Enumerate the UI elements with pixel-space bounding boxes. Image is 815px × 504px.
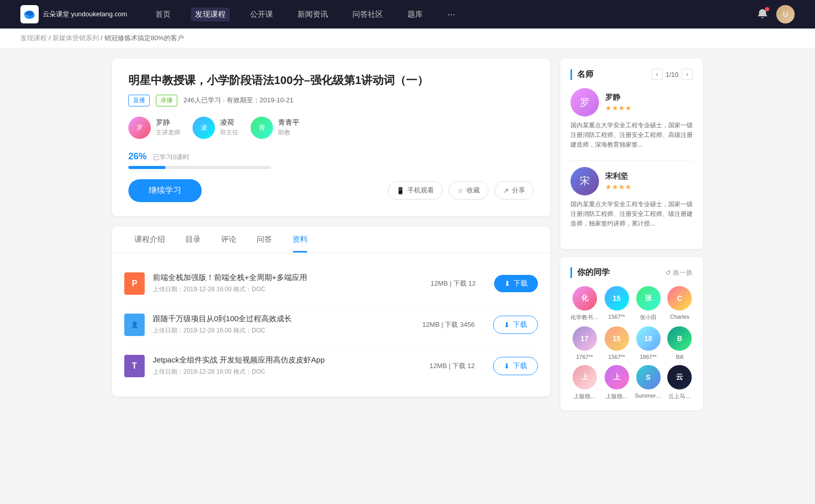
badge-live: 直播	[128, 95, 150, 106]
nav-qa[interactable]: 问答社区	[348, 8, 387, 21]
classmate-avatar-12: 云	[667, 365, 692, 389]
teacher-entry-2: 宋 宋利坚 ★★★★ 国内某重点大学安全工程专业硕士，国家一级注册消防工程师、注…	[570, 167, 693, 229]
teacher-page: 1/10	[666, 71, 678, 78]
continue-learning-button[interactable]: 继续学习	[128, 179, 202, 202]
navbar: 云朵课堂 yundouketang.com 首页 发现课程 公开课 新闻资讯 问…	[0, 0, 815, 29]
download-icon-1: ⬇	[504, 279, 510, 288]
star-icon: ☆	[457, 187, 464, 194]
tab-review[interactable]: 评论	[211, 227, 247, 253]
resource-info-1: 前端全栈加强版！前端全栈+全周期+多端应用 上传日期：2019-12-28 16…	[153, 273, 412, 294]
tab-catalog[interactable]: 目录	[175, 227, 211, 253]
classmate-avatar-5: 17	[573, 326, 597, 351]
resource-icon-2: 👤	[124, 314, 145, 336]
famous-teachers-card: 名师 ‹ 1/10 › 罗 罗静 ★★★★ 国内	[560, 59, 703, 249]
classmate-7[interactable]: 18 1867**	[635, 326, 662, 360]
classmate-2[interactable]: 15 1567**	[604, 286, 630, 321]
download-icon-2: ⬇	[504, 321, 510, 329]
nav-news[interactable]: 新闻资讯	[293, 8, 332, 21]
classmate-9[interactable]: 上 上版稳…	[570, 365, 599, 400]
notification-bell[interactable]	[757, 8, 768, 21]
resource-title-3: Jetpack全组件实战 开发短视频应用高仿皮皮虾App	[153, 355, 411, 365]
classmate-avatar-10: 上	[605, 365, 629, 389]
tab-intro[interactable]: 课程介绍	[124, 227, 175, 253]
teacher-avatar-3: 青	[251, 117, 273, 139]
teacher-name-3: 青青平	[278, 118, 300, 127]
teacher-name-2: 凌荷	[220, 118, 238, 127]
content-left: 明星中教授课，小学阶段语法100分–强化级第1讲动词（一） 直播 录播 246人…	[112, 59, 550, 418]
svg-point-2	[25, 11, 34, 16]
teacher-3: 青 青青平 助教	[251, 117, 300, 139]
download-button-2[interactable]: ⬇ 下载	[493, 316, 538, 334]
classmate-6[interactable]: 15 1567**	[604, 326, 630, 360]
classmate-name-8: Bill	[676, 354, 684, 360]
classmate-avatar-2: 15	[605, 286, 629, 311]
teacher-avatar-2: 凌	[193, 117, 215, 139]
teacher-next-button[interactable]: ›	[682, 69, 693, 80]
teacher-entry-1: 罗 罗静 ★★★★ 国内某重点大学安全工程专业硕士，国家一级注册消防工程师、注册…	[570, 88, 693, 150]
logo[interactable]: 云朵课堂 yundouketang.com	[20, 5, 127, 23]
progress-sub: 已学习0课时	[153, 153, 189, 162]
classmate-4[interactable]: C Charles	[667, 286, 693, 321]
classmate-12[interactable]: 云 云上马…	[667, 365, 693, 400]
teacher-pagination: ‹ 1/10 ›	[651, 69, 693, 80]
share-icon: ↗	[503, 187, 509, 194]
teacher-prev-button[interactable]: ‹	[651, 69, 663, 80]
classmate-8[interactable]: B Bill	[667, 326, 693, 360]
resource-item-2: 👤 跟随千万级项目从0到100全过程高效成长 上传日期：2019-12-28 1…	[124, 304, 538, 346]
classmate-10[interactable]: 上 上版稳…	[604, 365, 630, 400]
resource-title-2: 跟随千万级项目从0到100全过程高效成长	[153, 314, 404, 324]
resource-icon-1: P	[124, 272, 145, 295]
teacher-role-3: 助教	[278, 128, 300, 137]
nav-right: U	[757, 5, 795, 23]
famous-teachers-title: 名师	[570, 69, 593, 80]
breadcrumb-discover[interactable]: 发现课程	[20, 34, 47, 42]
tabs-section: 课程介绍 目录 评论 问答 资料 P 前端全栈加强版！前端全栈+全周期+多端应用…	[112, 227, 550, 397]
breadcrumb: 发现课程 / 新媒体营销系列 / 销冠修炼术搞定80%的客户	[0, 29, 815, 48]
teacher-entry-desc-1: 国内某重点大学安全工程专业硕士，国家一级注册消防工程师、注册安全工程师、高级注册…	[570, 121, 693, 150]
tab-qa[interactable]: 问答	[247, 227, 282, 253]
tabs-header: 课程介绍 目录 评论 问答 资料	[112, 227, 550, 253]
classmate-3[interactable]: 张 张小田	[635, 286, 662, 321]
nav-home[interactable]: 首页	[151, 8, 175, 21]
teacher-entry-avatar-2: 宋	[570, 167, 599, 195]
classmate-5[interactable]: 17 1767**	[570, 326, 599, 360]
nav-open[interactable]: 公开课	[246, 8, 277, 21]
classmates-title: 你的同学	[570, 267, 610, 278]
classmate-1[interactable]: 化 化学教书…	[570, 286, 599, 321]
refresh-classmates-button[interactable]: ↺ 换一换	[665, 268, 693, 277]
course-meta-text: 246人已学习 · 有效期至：2019-10-21	[183, 96, 293, 105]
resource-item-1: P 前端全栈加强版！前端全栈+全周期+多端应用 上传日期：2019-12-28 …	[124, 263, 538, 304]
user-avatar-nav[interactable]: U	[776, 5, 795, 23]
share-button[interactable]: ↗ 分享	[495, 181, 534, 200]
nav-more[interactable]: ···	[443, 7, 459, 22]
download-icon-3: ⬇	[504, 362, 510, 370]
resource-title-1: 前端全栈加强版！前端全栈+全周期+多端应用	[153, 273, 412, 283]
classmate-name-1: 化学教书…	[570, 314, 599, 321]
breadcrumb-current: 销冠修炼术搞定80%的客户	[104, 34, 184, 42]
famous-teachers-header: 名师 ‹ 1/10 ›	[570, 69, 693, 80]
course-actions: 继续学习 📱 手机观看 ☆ 收藏 ↗ 分享	[128, 179, 534, 202]
teacher-stars-1: ★★★★	[605, 104, 632, 112]
classmate-avatar-8: B	[667, 326, 692, 351]
nav-quiz[interactable]: 题库	[403, 8, 427, 21]
breadcrumb-series[interactable]: 新媒体营销系列	[52, 34, 99, 42]
download-button-1[interactable]: ⬇ 下载	[494, 275, 538, 292]
download-button-3[interactable]: ⬇ 下载	[493, 357, 538, 375]
favorite-button[interactable]: ☆ 收藏	[449, 181, 488, 200]
progress-pct: 26%	[128, 151, 147, 161]
resource-info-3: Jetpack全组件实战 开发短视频应用高仿皮皮虾App 上传日期：2019-1…	[153, 355, 411, 376]
tab-resource[interactable]: 资料	[282, 227, 318, 253]
resource-stats-1: 12MB | 下载 12	[420, 279, 486, 288]
teacher-avatar-1: 罗	[128, 117, 151, 139]
action-buttons: 📱 手机观看 ☆ 收藏 ↗ 分享	[388, 181, 534, 200]
classmate-avatar-7: 18	[636, 326, 661, 351]
mobile-view-button[interactable]: 📱 手机观看	[388, 181, 443, 200]
resource-meta-2: 上传日期：2019-12-28 16:00 格式：DOC	[153, 326, 404, 335]
classmate-name-9: 上版稳…	[574, 393, 596, 400]
nav-discover[interactable]: 发现课程	[191, 8, 230, 21]
teacher-entry-desc-2: 国内某重点大学安全工程专业硕士，国家一级注册消防工程师、注册安全工程师、级注册建…	[570, 200, 693, 229]
classmate-11[interactable]: S Summer…	[635, 365, 662, 400]
teacher-entry-avatar-1: 罗	[570, 88, 599, 117]
teacher-name-1: 罗静	[156, 118, 180, 127]
teacher-2: 凌 凌荷 班主任	[193, 117, 238, 139]
